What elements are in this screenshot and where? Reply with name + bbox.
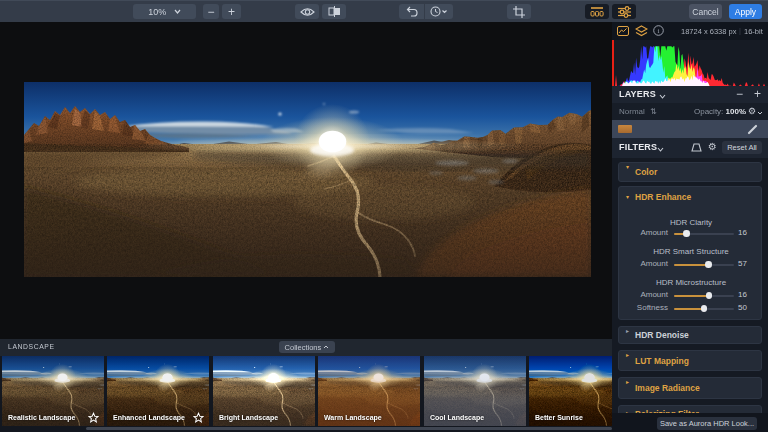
svg-text:i: i — [658, 27, 660, 35]
